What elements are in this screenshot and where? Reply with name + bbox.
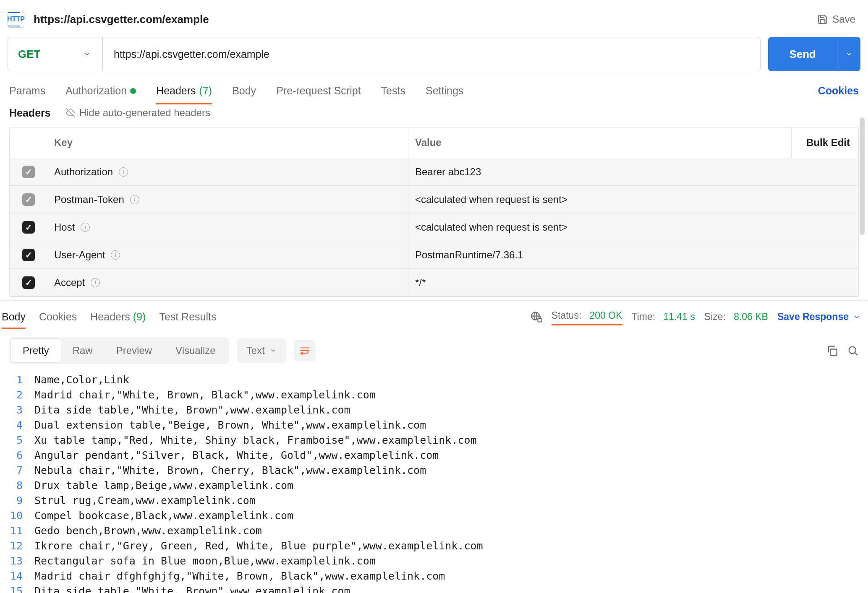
copy-icon[interactable] — [826, 345, 838, 356]
scrollbar[interactable] — [860, 117, 865, 235]
method-select[interactable]: GET — [8, 37, 103, 71]
wrap-lines-button[interactable] — [294, 340, 316, 362]
line-text: Xu table tamp,"Red, White, Shiny black, … — [34, 433, 477, 448]
line-number: 10 — [9, 508, 34, 523]
tab-body[interactable]: Body — [232, 85, 256, 97]
format-select[interactable]: Text — [237, 338, 286, 363]
header-checkbox-cell: ✓ — [10, 221, 47, 234]
line-text: Dual extension table,"Beige, Brown, Whit… — [34, 418, 426, 433]
info-icon[interactable]: i — [111, 250, 120, 260]
header-key-cell[interactable]: Postman-Tokeni — [47, 186, 408, 213]
tab-prerequest[interactable]: Pre-request Script — [276, 85, 361, 97]
svg-line-7 — [855, 353, 857, 355]
header-key-cell[interactable]: Accepti — [47, 269, 408, 296]
bulk-edit-button[interactable]: Bulk Edit — [791, 127, 858, 158]
header-value-cell[interactable]: <calculated when request is sent> — [408, 221, 858, 233]
tab-settings[interactable]: Settings — [426, 85, 463, 97]
header-key: Postman-Token — [54, 194, 124, 205]
header-checkbox[interactable]: ✓ — [22, 276, 35, 289]
send-caret[interactable] — [837, 37, 860, 71]
response-body[interactable]: 1Name,Color,Link2Madrid chair,"White, Br… — [0, 368, 868, 593]
header-row[interactable]: ✓Accepti*/* — [10, 269, 858, 296]
header-row[interactable]: ✓Hosti<calculated when request is sent> — [10, 213, 858, 241]
status-block: Status: 200 OK Time: 11.41 s Size: 8.06 … — [531, 310, 860, 324]
header-checkbox-cell: ✓ — [10, 249, 47, 261]
send-wrap: Send — [768, 37, 860, 71]
line-number: 15 — [9, 584, 34, 593]
tab-params[interactable]: Params — [9, 85, 45, 97]
code-line: 12Ikrore chair,"Grey, Green, Red, White,… — [9, 538, 859, 554]
info-icon[interactable]: i — [119, 167, 128, 177]
svg-rect-5 — [831, 349, 837, 356]
url-input[interactable]: https://api.csvgetter.com/example — [103, 37, 760, 71]
line-number: 9 — [9, 493, 34, 508]
response-tabs: Body Cookies Headers (9) Test Results — [2, 311, 217, 323]
header-row[interactable]: ✓AuthorizationiBearer abc123 — [10, 158, 858, 186]
tab-tests[interactable]: Tests — [381, 85, 405, 97]
globe-lock-icon — [531, 311, 542, 323]
line-number: 13 — [9, 554, 34, 569]
info-icon[interactable]: i — [81, 223, 90, 232]
svg-point-6 — [849, 347, 856, 354]
save-response-button[interactable]: Save Response — [777, 311, 860, 323]
rtab-test-results[interactable]: Test Results — [159, 311, 216, 323]
rtab-body[interactable]: Body — [2, 311, 26, 323]
view-pretty[interactable]: Pretty — [11, 339, 61, 362]
th-key: Key — [47, 127, 408, 158]
header-value-cell[interactable]: <calculated when request is sent> — [408, 194, 858, 205]
chevron-down-icon — [270, 347, 277, 354]
view-raw[interactable]: Raw — [61, 339, 105, 362]
header-key-cell[interactable]: Authorizationi — [47, 158, 408, 185]
line-text: Dita side table,"White, Brown",www.examp… — [34, 584, 350, 593]
time-line: Time: 11.41 s — [632, 311, 695, 323]
line-number: 7 — [9, 463, 34, 478]
view-preview[interactable]: Preview — [105, 339, 164, 362]
header-value-cell[interactable]: Bearer abc123 — [408, 166, 858, 178]
hide-auto-headers-toggle[interactable]: Hide auto-generated headers — [60, 104, 216, 121]
line-text: Madrid chair,"White, Brown, Black",www.e… — [34, 388, 376, 403]
header-value-cell[interactable]: */* — [408, 277, 858, 289]
eye-off-icon — [66, 108, 75, 117]
save-button[interactable]: Save — [817, 13, 855, 25]
cookies-link[interactable]: Cookies — [818, 85, 859, 97]
code-line: 5Xu table tamp,"Red, White, Shiny black,… — [9, 433, 859, 448]
send-button[interactable]: Send — [768, 37, 837, 71]
headers-table-head: Key Value Bulk Edit — [10, 127, 858, 158]
search-icon[interactable] — [847, 345, 859, 356]
header-checkbox[interactable]: ✓ — [22, 221, 35, 234]
info-icon[interactable]: i — [130, 195, 139, 204]
headers-subheader: Headers Hide auto-generated headers — [0, 104, 868, 127]
view-visualize[interactable]: Visualize — [164, 339, 227, 362]
tab-headers[interactable]: Headers (7) — [156, 85, 212, 97]
code-line: 8Drux table lamp,Beige,www.examplelink.c… — [9, 478, 859, 493]
header-checkbox[interactable]: ✓ — [22, 166, 35, 178]
rtab-headers[interactable]: Headers (9) — [90, 311, 146, 323]
line-number: 12 — [9, 538, 34, 554]
header-key-cell[interactable]: User-Agenti — [47, 241, 408, 268]
method-url-wrap: GET https://api.csvgetter.com/example — [8, 37, 761, 71]
header-key-cell[interactable]: Hosti — [47, 213, 408, 241]
code-line: 4Dual extension table,"Beige, Brown, Whi… — [9, 418, 859, 433]
header-value-cell[interactable]: PostmanRuntime/7.36.1 — [408, 249, 858, 261]
save-label: Save — [832, 13, 855, 25]
info-icon[interactable]: i — [91, 278, 100, 287]
request-tabs: Params Authorization Headers (7) Body Pr… — [0, 71, 868, 104]
line-number: 8 — [9, 478, 34, 493]
header-checkbox[interactable]: ✓ — [22, 249, 35, 261]
line-number: 3 — [9, 403, 34, 418]
rtab-cookies[interactable]: Cookies — [39, 311, 77, 323]
header-checkbox-cell: ✓ — [10, 193, 47, 206]
line-number: 1 — [9, 372, 34, 388]
code-line: 15Dita side table,"White, Brown",www.exa… — [9, 584, 859, 593]
header-checkbox-cell: ✓ — [10, 166, 47, 178]
line-text: Gedo bench,Brown,www.examplelink.com — [34, 523, 262, 538]
request-title: https://api.csvgetter.com/example — [34, 13, 209, 26]
view-right — [826, 345, 859, 356]
header-row[interactable]: ✓User-AgentiPostmanRuntime/7.36.1 — [10, 241, 858, 269]
header-key: Host — [54, 221, 75, 233]
line-text: Angular pendant,"Silver, Black, White, G… — [34, 448, 439, 463]
tab-authorization[interactable]: Authorization — [65, 85, 136, 97]
header-checkbox[interactable]: ✓ — [22, 193, 35, 206]
line-number: 6 — [9, 448, 34, 463]
header-row[interactable]: ✓Postman-Tokeni<calculated when request … — [10, 186, 858, 213]
